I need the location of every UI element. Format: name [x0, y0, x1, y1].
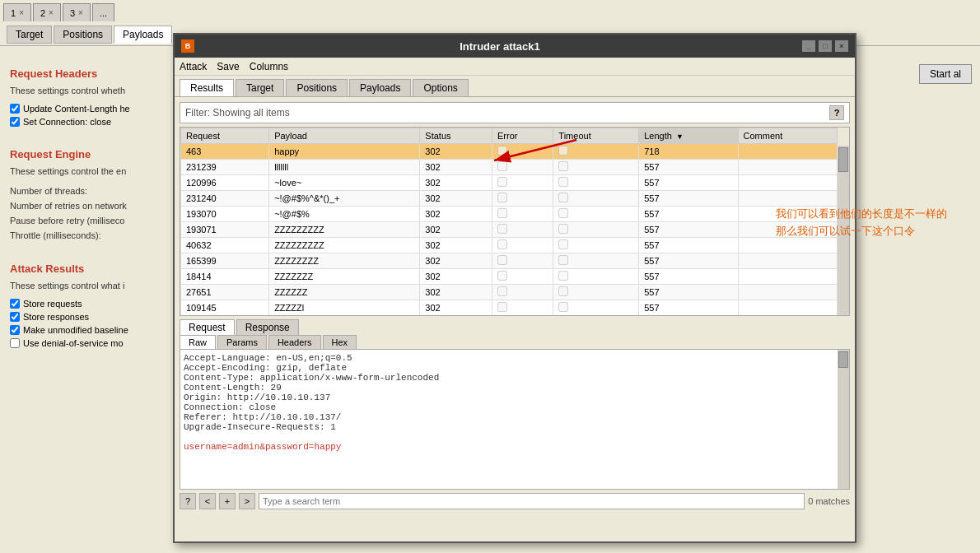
- request-engine-text: These settings control the en: [0, 164, 173, 183]
- tab-options[interactable]: Options: [413, 79, 468, 96]
- search-input[interactable]: [259, 493, 805, 509]
- content-line-9: [184, 432, 846, 442]
- request-headers-section: Request Headers These settings control w…: [0, 61, 173, 128]
- request-headers-title: Request Headers: [0, 61, 173, 83]
- cell-comment: [738, 269, 837, 285]
- attack-titlebar: B Intruder attack1 _ □ ×: [175, 35, 855, 58]
- set-connection-checkbox[interactable]: [10, 117, 20, 127]
- tab-3[interactable]: 3 ×: [63, 3, 91, 21]
- req-resp-tabs: Request Response: [180, 319, 850, 335]
- store-requests-checkbox[interactable]: [10, 299, 20, 309]
- search-help-button[interactable]: ?: [180, 493, 196, 509]
- tab-1[interactable]: 1 ×: [3, 3, 31, 21]
- table-row[interactable]: 193070~!@#$%302557: [181, 207, 838, 222]
- maximize-button[interactable]: □: [819, 40, 832, 52]
- cell-timeout: [553, 160, 639, 175]
- tab-results[interactable]: Results: [180, 79, 234, 96]
- cell-request: 120996: [181, 175, 269, 191]
- table-scrollbar[interactable]: [838, 146, 849, 315]
- minimize-button[interactable]: _: [802, 40, 815, 52]
- table-row[interactable]: 193071ZZZZZZZZZ302557: [181, 222, 838, 238]
- inner-tab-headers[interactable]: Headers: [268, 335, 321, 349]
- tab-2[interactable]: 2 ×: [33, 3, 61, 21]
- cell-length: 557: [639, 300, 738, 316]
- cell-request: 109145: [181, 300, 269, 316]
- table-row[interactable]: 120996~love~302557: [181, 175, 838, 191]
- tab-2-close[interactable]: ×: [49, 8, 54, 17]
- tab-more-label: ...: [100, 8, 107, 18]
- tab-3-close[interactable]: ×: [78, 8, 83, 17]
- cell-request: 18414: [181, 269, 269, 285]
- content-line-10: username=admin&password=happy: [184, 442, 846, 452]
- cell-error: [492, 222, 553, 238]
- col-error[interactable]: Error: [492, 128, 553, 144]
- col-comment[interactable]: Comment: [738, 128, 837, 144]
- request-scrollbar[interactable]: [838, 350, 849, 489]
- cell-length: 557: [639, 285, 738, 300]
- cell-status: 302: [420, 222, 492, 238]
- tab-positions[interactable]: Positions: [286, 79, 348, 96]
- search-prev-button[interactable]: <: [199, 493, 216, 509]
- cell-error: [492, 238, 553, 253]
- menu-columns[interactable]: Columns: [250, 61, 288, 72]
- inner-tab-raw[interactable]: Raw: [180, 335, 216, 349]
- close-button[interactable]: ×: [835, 40, 848, 52]
- tab-response[interactable]: Response: [236, 319, 299, 335]
- burp-icon: B: [181, 40, 194, 53]
- store-responses-checkbox[interactable]: [10, 312, 20, 322]
- set-connection-label: Set Connection: close: [23, 117, 111, 127]
- main-window: 1 × 2 × 3 × ... Target Positions Payload…: [0, 0, 980, 553]
- make-unmodified-checkbox[interactable]: [10, 325, 20, 335]
- cell-status: 302: [420, 160, 492, 175]
- table-row[interactable]: 231239lllllll302557: [181, 160, 838, 175]
- cell-comment: [738, 144, 837, 160]
- inner-tab-hex[interactable]: Hex: [323, 335, 357, 349]
- cell-payload: ~love~: [269, 175, 420, 191]
- search-next-button[interactable]: >: [239, 493, 255, 509]
- col-payload[interactable]: Payload: [269, 128, 420, 144]
- toolbar-tab-positions[interactable]: Positions: [54, 26, 112, 44]
- results-table-container: Request Payload Status Error Timeout Len…: [180, 127, 850, 316]
- table-row[interactable]: 27651ZZZZZZ302557: [181, 285, 838, 300]
- cell-request: 27651: [181, 285, 269, 300]
- inner-tab-params[interactable]: Params: [217, 335, 267, 349]
- tab-1-close[interactable]: ×: [19, 8, 24, 17]
- col-timeout[interactable]: Timeout: [553, 128, 639, 144]
- cell-length: 557: [639, 175, 738, 191]
- tab-request[interactable]: Request: [180, 319, 235, 335]
- menu-save[interactable]: Save: [217, 61, 239, 72]
- table-row[interactable]: 40632ZZZZZZZZZ302557: [181, 238, 838, 253]
- cell-status: 302: [420, 285, 492, 300]
- table-row[interactable]: 165399ZZZZZZZZ302557: [181, 253, 838, 269]
- use-dos-checkbox[interactable]: [10, 338, 20, 348]
- toolbar-tab-target[interactable]: Target: [7, 26, 52, 44]
- table-row[interactable]: 231240~!@#$%^&*()_+302557: [181, 191, 838, 207]
- cell-error: [492, 269, 553, 285]
- cell-payload: ZZZZZZZZ: [269, 253, 420, 269]
- cell-comment: [738, 222, 837, 238]
- tab-more[interactable]: ...: [92, 3, 114, 21]
- pause-retry-label: Pause before retry (milliseco: [0, 213, 173, 228]
- menu-attack[interactable]: Attack: [180, 61, 207, 72]
- cell-payload: ~!@#$%: [269, 207, 420, 222]
- toolbar-tab-payloads[interactable]: Payloads: [114, 26, 172, 44]
- cell-timeout: [553, 300, 639, 316]
- col-request[interactable]: Request: [181, 128, 269, 144]
- help-button[interactable]: ?: [829, 105, 844, 120]
- content-line-7: Referer: http://10.10.10.137/: [184, 412, 846, 422]
- table-row[interactable]: 18414ZZZZZZZ302557: [181, 269, 838, 285]
- table-row[interactable]: 109145ZZZZZl302557: [181, 300, 838, 316]
- tab-target[interactable]: Target: [236, 79, 284, 96]
- col-status[interactable]: Status: [420, 128, 492, 144]
- search-add-button[interactable]: +: [219, 493, 236, 509]
- cell-comment: [738, 300, 837, 316]
- req-scrollbar-thumb: [838, 351, 848, 368]
- cell-status: 302: [420, 238, 492, 253]
- cell-timeout: [553, 144, 639, 160]
- update-content-length-checkbox[interactable]: [10, 104, 20, 114]
- table-row[interactable]: 463happy302718: [181, 144, 838, 160]
- start-all-button[interactable]: Start al: [919, 64, 972, 84]
- tab-payloads[interactable]: Payloads: [349, 79, 411, 96]
- col-length[interactable]: Length ▼: [639, 128, 738, 144]
- request-engine-title: Request Engine: [0, 142, 173, 164]
